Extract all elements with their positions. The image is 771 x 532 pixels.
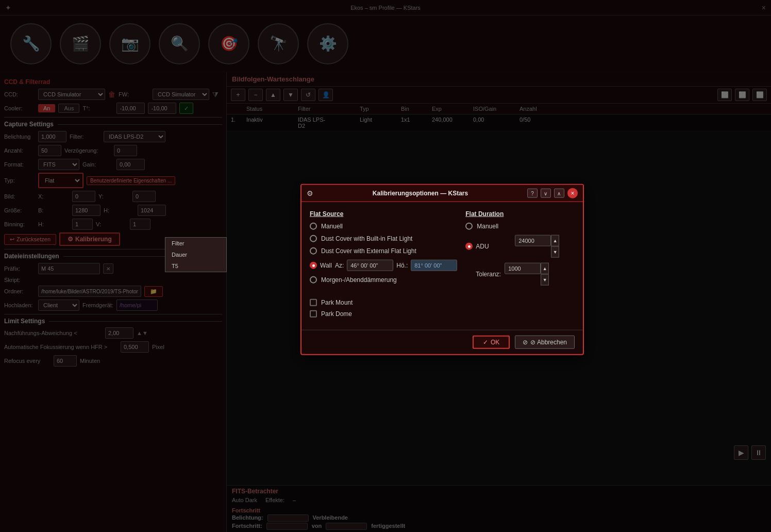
toleranz-spinner: ▲ ▼ xyxy=(505,263,549,286)
ho-input[interactable] xyxy=(411,260,457,271)
dialog-help-btn[interactable]: ? xyxy=(527,189,538,198)
radio-morgen[interactable]: Morgen-/Abenddämmerung xyxy=(310,276,457,284)
radio-morgen-dot xyxy=(310,276,317,284)
radio-external-label: Dust Cover with External Flat Light xyxy=(321,247,416,255)
context-filter[interactable]: Filter xyxy=(165,238,226,249)
toleranz-up-btn[interactable]: ▲ xyxy=(541,263,549,274)
dialog-titlebar: ⚙ Kalibrierungsoptionen — KStars ? ∨ ∧ × xyxy=(301,185,583,202)
cancel-label: ⊘ Abbrechen xyxy=(530,339,567,346)
toleranz-input[interactable] xyxy=(505,263,541,274)
dialog-controls: ? ∨ ∧ × xyxy=(527,188,578,198)
park-dome-checkbox[interactable] xyxy=(310,310,317,318)
radio-built-in-dot xyxy=(310,235,317,242)
park-mount-checkbox[interactable] xyxy=(310,299,317,306)
radio-wall-row: Wall Az: Hö.: xyxy=(310,260,457,271)
cancel-icon: ⊘ xyxy=(523,339,528,346)
radio-built-in-label: Dust Cover with Built-in Flat Light xyxy=(321,235,412,242)
radio-external[interactable]: Dust Cover with External Flat Light xyxy=(310,247,457,255)
flat-duration-col: Flat Duration Manuell ADU ▲ ▼ xyxy=(465,210,575,291)
context-t5[interactable]: T5 xyxy=(165,260,226,272)
dur-manuell-label: Manuell xyxy=(477,223,498,230)
ok-label: OK xyxy=(491,339,499,346)
toleranz-label: Toleranz: xyxy=(465,271,501,278)
cancel-btn[interactable]: ⊘ ⊘ Abbrechen xyxy=(515,336,575,349)
radio-external-dot xyxy=(310,247,317,255)
adu-dot xyxy=(465,243,473,250)
dialog-columns: Flat Source Manuell Dust Cover with Buil… xyxy=(310,210,575,291)
wall-label: Wall xyxy=(320,262,332,269)
adu-label: ADU xyxy=(476,243,512,250)
adu-row: ADU ▲ ▼ xyxy=(465,235,575,258)
radio-morgen-label: Morgen-/Abenddämmerung xyxy=(321,276,397,284)
radio-manuell-label: Manuell xyxy=(321,223,343,230)
park-dome-label: Park Dome xyxy=(321,310,352,318)
dur-manuell-dot xyxy=(465,223,473,230)
dialog-close-btn[interactable]: × xyxy=(567,188,578,198)
az-label: Az: xyxy=(335,262,344,269)
park-dome-row: Park Dome xyxy=(310,310,575,318)
dialog-icon: ⚙ xyxy=(307,189,313,197)
radio-manuell[interactable]: Manuell xyxy=(310,223,457,230)
adu-up-btn[interactable]: ▲ xyxy=(551,235,559,246)
park-mount-row: Park Mount xyxy=(310,299,575,306)
adu-input[interactable] xyxy=(515,235,551,246)
adu-spinner: ▲ ▼ xyxy=(515,235,559,258)
ok-icon: ✓ xyxy=(483,339,488,346)
flat-source-col: Flat Source Manuell Dust Cover with Buil… xyxy=(310,210,457,291)
toleranz-row: Toleranz: ▲ ▼ xyxy=(465,263,575,286)
dialog-title: Kalibrierungsoptionen — KStars xyxy=(373,190,468,197)
dialog-footer: ✓ OK ⊘ ⊘ Abbrechen xyxy=(301,330,583,354)
dialog-restore-btn[interactable]: ∧ xyxy=(554,189,564,198)
dur-manuell-row[interactable]: Manuell xyxy=(465,223,575,230)
radio-wall-dot xyxy=(310,262,317,269)
park-mount-label: Park Mount xyxy=(321,299,353,306)
flat-duration-title: Flat Duration xyxy=(465,210,575,218)
radio-built-in[interactable]: Dust Cover with Built-in Flat Light xyxy=(310,235,457,242)
dialog-min-btn[interactable]: ∨ xyxy=(541,189,551,198)
toleranz-down-btn[interactable]: ▼ xyxy=(541,274,549,286)
dialog-body: Flat Source Manuell Dust Cover with Buil… xyxy=(301,202,583,330)
ho-label: Hö.: xyxy=(396,262,408,269)
flat-source-title: Flat Source xyxy=(310,210,457,218)
context-menu: Filter Dauer T5 xyxy=(165,237,227,272)
az-input[interactable] xyxy=(347,260,393,271)
calibration-dialog: ⚙ Kalibrierungsoptionen — KStars ? ∨ ∧ ×… xyxy=(300,184,584,355)
radio-manuell-dot xyxy=(310,223,317,230)
adu-down-btn[interactable]: ▼ xyxy=(551,246,559,258)
ok-btn[interactable]: ✓ OK xyxy=(473,336,510,349)
context-dauer[interactable]: Dauer xyxy=(165,249,226,260)
